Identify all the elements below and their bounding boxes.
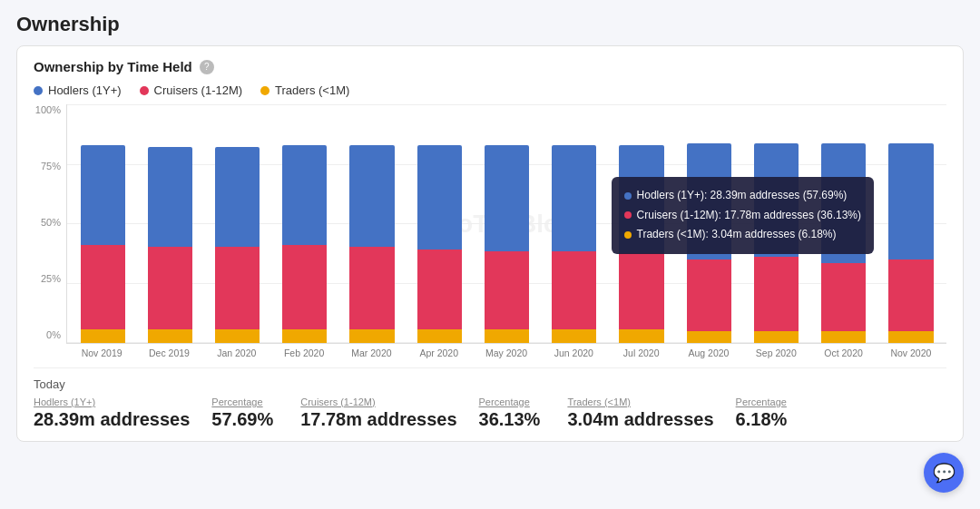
bar-group[interactable] <box>744 104 808 343</box>
bar-stack <box>81 145 125 343</box>
stat-percentage-value: 57.69% <box>211 409 273 430</box>
bar-segment-traders <box>485 329 529 343</box>
legend-label-hodlers: Hodlers (1Y+) <box>48 83 122 97</box>
x-axis-label: Aug 2020 <box>677 347 740 358</box>
bar-stack <box>417 145 462 343</box>
bar-stack <box>215 147 260 343</box>
bar-segment-hodlers <box>148 147 192 247</box>
card-title: Ownership by Time Held <box>34 59 192 74</box>
bar-segment-traders <box>821 331 866 343</box>
stat-group: Traders (<1M)3.04m addressesPercentage6.… <box>567 396 787 430</box>
bar-segment-hodlers <box>349 145 394 247</box>
bar-segment-cruisers <box>417 250 462 329</box>
legend-dot-hodlers <box>34 86 43 95</box>
y-axis-label: 50% <box>34 217 61 228</box>
bar-segment-hodlers <box>619 145 663 253</box>
legend-item-traders: Traders (<1M) <box>260 83 349 97</box>
bar-segment-hodlers <box>552 145 596 251</box>
bar-segment-hodlers <box>687 143 731 259</box>
help-icon[interactable]: ? <box>200 60 214 74</box>
bar-segment-traders <box>619 329 663 343</box>
bar-segment-hodlers <box>821 143 866 263</box>
page-container: Ownership Ownership by Time Held ? Hodle… <box>0 0 980 451</box>
bar-segment-traders <box>888 331 933 343</box>
bar-stack <box>754 143 799 343</box>
chart-area: 0%25%50%75%100% IntoTheBlock Hodlers (1Y… <box>34 104 946 358</box>
bar-group[interactable] <box>879 104 943 343</box>
bar-stack <box>485 145 529 343</box>
legend-label-traders: Traders (<1M) <box>275 83 349 97</box>
bars-row <box>67 104 946 343</box>
x-axis-label: Sep 2020 <box>744 347 808 358</box>
bar-segment-hodlers <box>282 145 327 245</box>
bar-group[interactable] <box>677 104 740 343</box>
bar-stack <box>821 143 866 343</box>
bars-wrapper: IntoTheBlock Hodlers (1Y+): 28.39m addre… <box>66 104 946 344</box>
stat-value: 17.78m addresses <box>300 409 456 430</box>
bar-group[interactable] <box>543 104 606 343</box>
stat-item-value: Hodlers (1Y+)28.39m addresses <box>34 396 190 430</box>
stat-percentage-label: Percentage <box>736 396 788 407</box>
legend-item-hodlers: Hodlers (1Y+) <box>34 83 122 97</box>
y-axis-label: 25% <box>34 273 61 284</box>
bar-segment-cruisers <box>282 245 327 328</box>
x-axis-label: Mar 2020 <box>339 347 403 358</box>
bar-segment-traders <box>552 329 596 343</box>
bar-segment-cruisers <box>148 247 192 328</box>
bar-segment-cruisers <box>687 259 731 331</box>
x-axis-label: Jan 2020 <box>205 347 269 358</box>
bar-segment-traders <box>148 329 192 343</box>
bar-stack <box>619 145 663 343</box>
bar-stack <box>888 143 933 343</box>
today-label: Today <box>34 377 946 391</box>
bar-segment-cruisers <box>81 245 125 328</box>
stats-row: Hodlers (1Y+)28.39m addressesPercentage5… <box>34 396 946 430</box>
chart-legend: Hodlers (1Y+)Cruisers (1-12M)Traders (<1… <box>34 83 946 97</box>
page-title: Ownership <box>16 13 964 36</box>
bar-group[interactable] <box>71 104 134 343</box>
bar-stack <box>282 145 327 343</box>
bar-stack <box>552 145 596 343</box>
bar-group[interactable] <box>610 104 673 343</box>
bar-group[interactable] <box>273 104 337 343</box>
x-labels: Nov 2019Dec 2019Jan 2020Feb 2020Mar 2020… <box>66 344 946 358</box>
bar-segment-cruisers <box>619 253 663 329</box>
x-axis-label: Apr 2020 <box>407 347 471 358</box>
x-axis-label: Nov 2019 <box>70 347 133 358</box>
bar-segment-hodlers <box>754 143 799 257</box>
bar-segment-hodlers <box>417 145 462 249</box>
bar-segment-traders <box>215 329 260 343</box>
bar-segment-cruisers <box>349 247 394 328</box>
bar-segment-cruisers <box>754 257 799 330</box>
bar-segment-traders <box>754 331 799 343</box>
today-section: Today Hodlers (1Y+)28.39m addressesPerce… <box>34 367 946 430</box>
bar-segment-hodlers <box>485 145 529 251</box>
legend-dot-traders <box>260 86 270 95</box>
x-axis-label: Dec 2019 <box>137 347 201 358</box>
bar-group[interactable] <box>340 104 404 343</box>
chat-button[interactable]: 💬 <box>924 453 964 493</box>
bar-group[interactable] <box>407 104 471 343</box>
bar-segment-hodlers <box>888 143 933 259</box>
stat-percentage-label: Percentage <box>211 396 273 407</box>
x-axis-label: May 2020 <box>475 347 538 358</box>
x-axis-label: Feb 2020 <box>272 347 336 358</box>
bar-group[interactable] <box>205 104 269 343</box>
stat-sublabel: Traders (<1M) <box>567 396 713 407</box>
bar-segment-cruisers <box>215 247 260 328</box>
y-axis-label: 100% <box>34 104 61 115</box>
stat-percentage-value: 6.18% <box>736 409 788 430</box>
bar-group[interactable] <box>138 104 201 343</box>
bar-segment-traders <box>349 329 394 343</box>
x-axis-label: Jun 2020 <box>542 347 605 358</box>
bar-group[interactable] <box>475 104 538 343</box>
y-axis: 0%25%50%75%100% <box>34 104 66 358</box>
y-axis-label: 0% <box>34 329 61 340</box>
bar-segment-hodlers <box>81 145 125 245</box>
legend-dot-cruisers <box>140 86 149 95</box>
bar-group[interactable] <box>812 104 876 343</box>
bar-segment-traders <box>417 329 462 343</box>
card-header: Ownership by Time Held ? <box>34 59 946 74</box>
stat-sublabel: Cruisers (1-12M) <box>300 396 456 407</box>
stat-item-value: Cruisers (1-12M)17.78m addresses <box>300 396 456 430</box>
